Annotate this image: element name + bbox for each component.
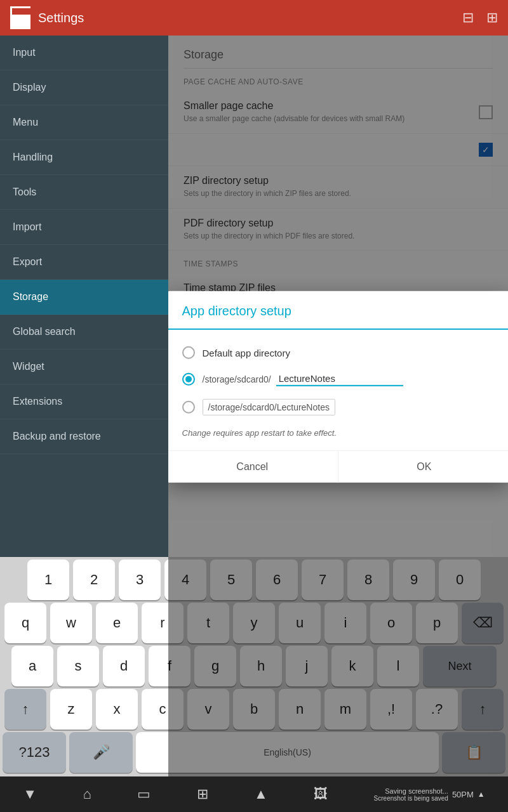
status-time: 50PM: [452, 790, 474, 799]
sidebar-item-export[interactable]: Export: [0, 245, 168, 280]
status-saving: Saving screenshot...: [374, 787, 448, 795]
key-z[interactable]: z: [50, 689, 92, 730]
key-shift-left[interactable]: ↑: [4, 689, 46, 730]
nav-screenshot[interactable]: 🖼: [314, 786, 328, 802]
radio-label-default: Default app directory: [203, 347, 290, 358]
wifi-icon: ▲: [478, 790, 485, 799]
nav-back[interactable]: ▼: [23, 786, 37, 802]
dialog-title: App directory setup: [168, 291, 508, 330]
radio-circle-fullpath: [182, 401, 195, 414]
nav-up[interactable]: ▲: [254, 786, 268, 802]
nav-recent[interactable]: ▭: [137, 786, 150, 802]
top-bar: Settings ⊟ ⊞: [0, 0, 508, 36]
window-icon[interactable]: ⊟: [462, 10, 474, 26]
key-x[interactable]: x: [96, 689, 138, 730]
sidebar-item-extensions[interactable]: Extensions: [0, 384, 168, 419]
nav-bar: ▼ ⌂ ▭ ⊞ ▲ 🖼 Saving screenshot... Screens…: [0, 776, 508, 812]
sidebar-item-display[interactable]: Display: [0, 70, 168, 105]
path-input-field[interactable]: [276, 372, 403, 386]
app-icon: [10, 6, 30, 29]
nav-grid[interactable]: ⊞: [197, 786, 208, 802]
sidebar-item-storage[interactable]: Storage: [0, 280, 168, 315]
dialog-actions: Cancel OK: [168, 450, 508, 483]
key-d[interactable]: d: [103, 646, 145, 686]
dialog-note: Change requires app restart to take effe…: [182, 422, 495, 440]
app-title: Settings: [38, 11, 455, 25]
key-s[interactable]: s: [57, 646, 99, 686]
sidebar-item-menu[interactable]: Menu: [0, 105, 168, 140]
sidebar-item-backup[interactable]: Backup and restore: [0, 419, 168, 454]
status-saving-sub: Screenshot is being saved: [374, 795, 448, 802]
key-e[interactable]: e: [96, 603, 138, 643]
key-mic[interactable]: 🎤: [69, 732, 133, 773]
radio-circle-sdcard: [182, 372, 195, 385]
sidebar-item-tools[interactable]: Tools: [0, 175, 168, 210]
key-a[interactable]: a: [11, 646, 53, 686]
radio-circle-default: [182, 346, 195, 359]
sidebar-item-global-search[interactable]: Global search: [0, 315, 168, 350]
sidebar-item-handling[interactable]: Handling: [0, 140, 168, 175]
cancel-button[interactable]: Cancel: [168, 451, 338, 483]
radio-option-fullpath[interactable]: /storage/sdcard0/LectureNotes: [182, 393, 495, 422]
ok-button[interactable]: OK: [338, 451, 508, 483]
key-w[interactable]: w: [50, 603, 92, 643]
top-icons: ⊟ ⊞: [462, 10, 498, 26]
sidebar-item-input[interactable]: Input: [0, 36, 168, 70]
key-1[interactable]: 1: [27, 560, 69, 600]
key-2[interactable]: 2: [73, 560, 115, 600]
key-q[interactable]: q: [4, 603, 46, 643]
app-directory-dialog: App directory setup Default app director…: [168, 291, 508, 483]
radio-option-default[interactable]: Default app directory: [182, 340, 495, 365]
sidebar-item-widget[interactable]: Widget: [0, 350, 168, 384]
key-123[interactable]: ?123: [3, 732, 66, 773]
radio-option-sdcard[interactable]: /storage/sdcard0/: [182, 365, 495, 393]
layout-icon[interactable]: ⊞: [486, 10, 498, 26]
key-3[interactable]: 3: [119, 560, 161, 600]
sidebar-item-import[interactable]: Import: [0, 210, 168, 245]
nav-home[interactable]: ⌂: [83, 786, 91, 802]
path-prefix: /storage/sdcard0/: [203, 374, 271, 384]
path-static-label: /storage/sdcard0/LectureNotes: [203, 399, 335, 416]
content-area: Storage PAGE CACHE AND AUTO-SAVE Smaller…: [168, 36, 508, 776]
dialog-body: Default app directory /storage/sdcard0/ …: [168, 330, 508, 450]
